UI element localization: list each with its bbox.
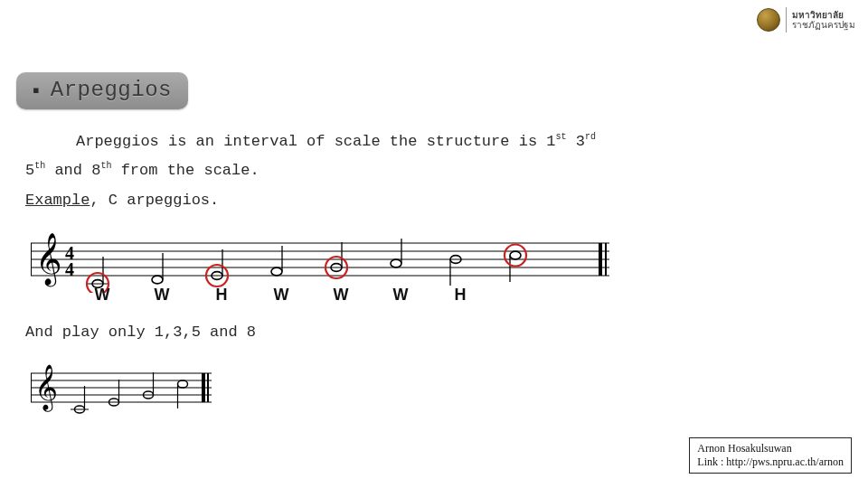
svg-point-13 bbox=[152, 276, 163, 284]
interval-2: W bbox=[132, 286, 192, 305]
logo-line1: มหาวิทยาลัย bbox=[792, 10, 855, 21]
interval-3: H bbox=[192, 286, 251, 305]
definition-line: Arpeggios is an interval of scale the st… bbox=[25, 130, 832, 154]
credit-box: Arnon Hosakulsuwan Link : http://pws.npr… bbox=[689, 437, 852, 474]
university-logo: มหาวิทยาลัย ราชภัฏนครปฐม bbox=[757, 7, 855, 33]
section-title: Arpeggios bbox=[51, 78, 172, 102]
bullet-icon: ▪ bbox=[33, 79, 40, 102]
body-text: Arpeggios is an interval of scale the st… bbox=[25, 130, 832, 218]
play-instruction: And play only 1,3,5 and 8 bbox=[25, 324, 256, 341]
interval-4: W bbox=[251, 286, 311, 305]
svg-point-45 bbox=[178, 380, 188, 388]
credit-link: Link : http://pws.npru.ac.th/arnon bbox=[697, 455, 844, 469]
definition-line2: 5th and 8th from the scale. bbox=[25, 159, 832, 183]
interval-6: W bbox=[371, 286, 430, 305]
svg-text:𝄞: 𝄞 bbox=[34, 364, 58, 412]
svg-point-17 bbox=[391, 259, 401, 267]
interval-7: H bbox=[430, 286, 490, 305]
example-line: Example, C arpeggios. bbox=[25, 189, 832, 212]
music-staff-scale: 𝄞 4 4 bbox=[31, 230, 609, 293]
section-title-pill: ▪ Arpeggios bbox=[16, 72, 188, 109]
music-staff-arpeggio: 𝄞 bbox=[31, 361, 302, 421]
svg-text:4: 4 bbox=[65, 259, 74, 279]
logo-line2: ราชภัฏนครปฐม bbox=[792, 20, 855, 31]
interval-5: W bbox=[311, 286, 371, 305]
svg-point-19 bbox=[510, 251, 521, 259]
interval-labels: W W H W W W H bbox=[72, 286, 490, 305]
svg-point-31 bbox=[505, 245, 526, 267]
svg-text:𝄞: 𝄞 bbox=[35, 233, 62, 287]
svg-point-15 bbox=[271, 267, 282, 276]
logo-text: มหาวิทยาลัย ราชภัฏนครปฐม bbox=[792, 10, 855, 31]
interval-1: W bbox=[72, 286, 132, 305]
logo-divider bbox=[786, 7, 787, 33]
credit-name: Arnon Hosakulsuwan bbox=[697, 442, 844, 455]
logo-crest-icon bbox=[757, 8, 780, 32]
